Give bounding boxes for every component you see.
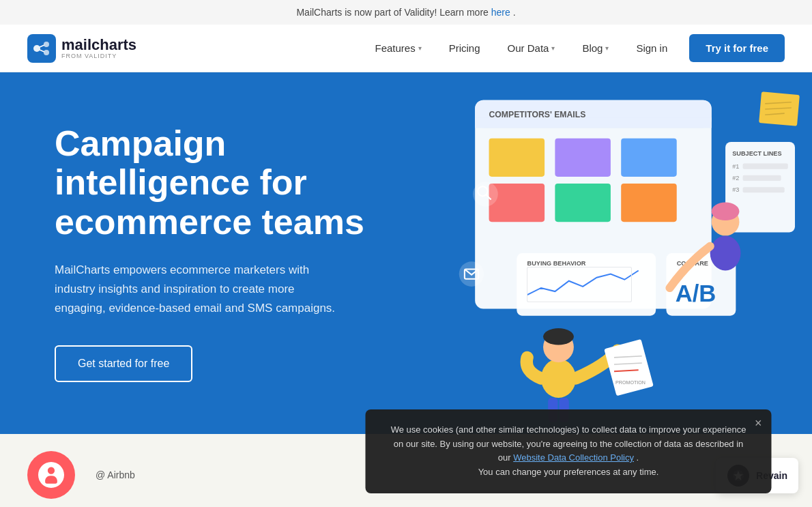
nav-pricing[interactable]: Pricing (438, 37, 491, 59)
svg-point-40 (473, 182, 498, 207)
svg-text:PROMOTION: PROMOTION (615, 380, 646, 386)
announcement-suffix: . (513, 7, 516, 18)
cookie-banner: × We use cookies (and other similar tech… (366, 409, 772, 493)
hero-illustration: COMPETITORS' EMAILS SUBJECT LINES #1 #2 … (416, 72, 812, 434)
svg-point-3 (44, 50, 49, 55)
svg-point-32 (543, 328, 574, 345)
svg-rect-11 (555, 139, 611, 177)
svg-text:SUBJECT LINES: SUBJECT LINES (732, 150, 781, 157)
logo[interactable]: mailcharts FROM VALIDITY (27, 34, 136, 63)
svg-rect-12 (621, 139, 677, 177)
svg-rect-15 (621, 184, 677, 222)
chevron-down-icon: ▾ (418, 44, 422, 52)
logo-icon (27, 34, 56, 63)
airbnb-logo (27, 451, 75, 499)
svg-text:#3: #3 (732, 186, 739, 193)
svg-point-46 (712, 203, 740, 221)
hero-illustration-svg: COMPETITORS' EMAILS SUBJECT LINES #1 #2 … (416, 72, 812, 434)
svg-rect-13 (489, 184, 545, 222)
svg-rect-23 (743, 187, 785, 192)
svg-point-1 (33, 45, 40, 52)
svg-rect-10 (489, 139, 545, 177)
svg-text:#2: #2 (732, 175, 739, 182)
svg-text:#1: #1 (732, 163, 739, 170)
nav-links: Features ▾ Pricing Our Data ▾ Blog ▾ Sig… (364, 34, 785, 62)
chevron-down-icon-2: ▾ (551, 44, 555, 52)
cookie-policy-link[interactable]: Website Data Collection Policy (513, 452, 634, 463)
svg-rect-14 (555, 184, 611, 222)
cookie-text: We use cookies (and other similar techno… (386, 423, 751, 480)
hero-cta-button[interactable]: Get started for free (55, 345, 192, 382)
airbnb-icon (38, 462, 64, 488)
hero-section: Campaign intelligence for ecommerce team… (0, 72, 812, 434)
svg-point-2 (44, 42, 49, 47)
airbnb-label: @ Airbnb (96, 469, 135, 480)
svg-rect-0 (27, 34, 56, 63)
main-nav: mailcharts FROM VALIDITY Features ▾ Pric… (0, 25, 812, 72)
announcement-text: MailCharts is now part of Validity! Lear… (296, 7, 488, 18)
svg-rect-19 (743, 164, 788, 169)
announcement-link[interactable]: here (491, 7, 510, 18)
nav-features[interactable]: Features ▾ (364, 37, 432, 59)
hero-title: Campaign intelligence for ecommerce team… (55, 124, 409, 242)
nav-blog[interactable]: Blog ▾ (571, 37, 620, 59)
hero-description: MailCharts empowers ecommerce marketers … (55, 261, 341, 318)
svg-text:A/B: A/B (676, 280, 716, 306)
logo-name: mailcharts (61, 38, 136, 53)
nav-try-free-button[interactable]: Try it for free (689, 34, 785, 62)
svg-point-47 (710, 236, 741, 271)
logo-subtext: FROM VALIDITY (61, 53, 136, 59)
cookie-close-button[interactable]: × (755, 416, 762, 431)
nav-signin[interactable]: Sign in (625, 37, 678, 59)
svg-rect-33 (604, 339, 654, 396)
svg-text:COMPETITORS' EMAILS: COMPETITORS' EMAILS (489, 110, 586, 119)
announcement-bar: MailCharts is now part of Validity! Lear… (0, 0, 812, 25)
svg-rect-21 (743, 175, 781, 181)
svg-text:BUYING BEHAVIOR: BUYING BEHAVIOR (527, 260, 586, 267)
hero-content: Campaign intelligence for ecommerce team… (55, 124, 409, 382)
nav-our-data[interactable]: Our Data ▾ (497, 37, 566, 59)
chevron-down-icon-3: ▾ (605, 44, 609, 52)
